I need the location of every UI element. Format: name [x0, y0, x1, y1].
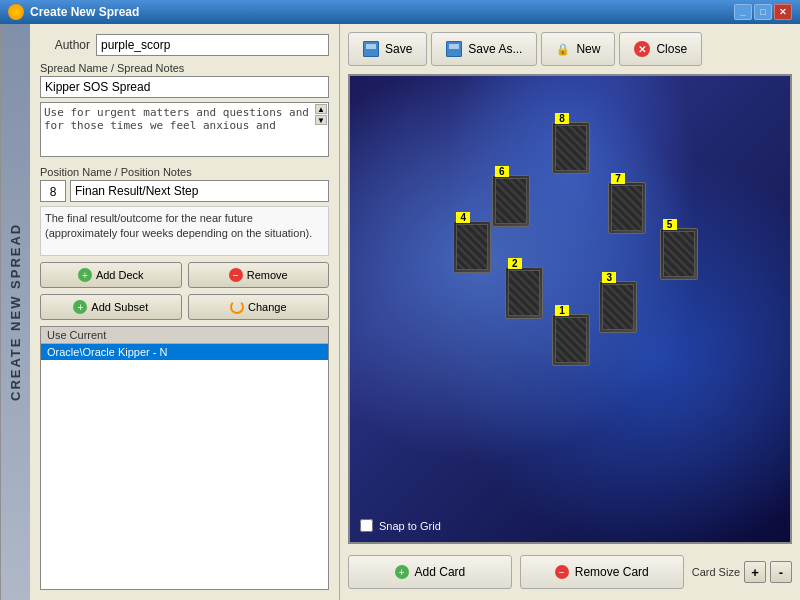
- card-face-7: [611, 185, 643, 231]
- toolbar: Save Save As... 🔒 New ✕ Close: [348, 32, 792, 66]
- new-icon: 🔒: [556, 42, 570, 56]
- scroll-down[interactable]: ▼: [315, 115, 327, 125]
- close-button[interactable]: ✕ Close: [619, 32, 702, 66]
- card-face-3: [602, 284, 634, 330]
- card-face-2: [508, 270, 540, 316]
- spread-canvas[interactable]: Snap to Grid 12345678: [348, 74, 792, 544]
- position-row: 8: [40, 180, 329, 202]
- add-card-label: Add Card: [415, 565, 466, 579]
- remove-card-icon: −: [555, 565, 569, 579]
- card-number-7: 7: [611, 173, 625, 184]
- snap-row: Snap to Grid: [360, 519, 441, 532]
- spread-card-7[interactable]: 7: [608, 182, 646, 234]
- new-label: New: [576, 42, 600, 56]
- card-size-group: Card Size + -: [692, 561, 792, 583]
- minimize-button[interactable]: _: [734, 4, 752, 20]
- deck-action-row: + Add Deck − Remove: [40, 262, 329, 288]
- snap-to-grid-label: Snap to Grid: [379, 520, 441, 532]
- spread-section-label: Spread Name / Spread Notes: [40, 62, 329, 74]
- save-as-label: Save As...: [468, 42, 522, 56]
- card-size-label: Card Size: [692, 566, 740, 578]
- card-face-1: [555, 317, 587, 363]
- spread-name-input[interactable]: [40, 76, 329, 98]
- list-item[interactable]: Oracle\Oracle Kipper - N: [41, 344, 328, 360]
- card-face-5: [663, 231, 695, 277]
- change-label: Change: [248, 301, 287, 313]
- card-number-4: 4: [456, 212, 470, 223]
- app-icon: [8, 4, 24, 20]
- deck-list: Use Current Oracle\Oracle Kipper - N: [40, 326, 329, 590]
- author-label: Author: [40, 38, 90, 52]
- spread-card-1[interactable]: 1: [552, 314, 590, 366]
- size-decrease-button[interactable]: -: [770, 561, 792, 583]
- add-card-button[interactable]: + Add Card: [348, 555, 512, 589]
- close-window-button[interactable]: ✕: [774, 4, 792, 20]
- remove-card-button[interactable]: − Remove Card: [520, 555, 684, 589]
- add-subset-label: Add Subset: [91, 301, 148, 313]
- author-row: Author: [40, 34, 329, 56]
- save-as-icon: [446, 41, 462, 57]
- close-label: Close: [656, 42, 687, 56]
- spread-card-3[interactable]: 3: [599, 281, 637, 333]
- spread-card-4[interactable]: 4: [453, 221, 491, 273]
- position-section-label: Position Name / Position Notes: [40, 166, 329, 178]
- spread-card-8[interactable]: 8: [552, 122, 590, 174]
- spread-card-5[interactable]: 5: [660, 228, 698, 280]
- add-subset-icon: +: [73, 300, 87, 314]
- spread-card-6[interactable]: 6: [492, 175, 530, 227]
- save-icon: [363, 41, 379, 57]
- right-panel: Save Save As... 🔒 New ✕ Close Snap to Gr…: [340, 24, 800, 600]
- add-card-icon: +: [395, 565, 409, 579]
- remove-label: Remove: [247, 269, 288, 281]
- card-number-8: 8: [555, 113, 569, 124]
- add-deck-label: Add Deck: [96, 269, 144, 281]
- card-number-5: 5: [663, 219, 677, 230]
- change-button[interactable]: Change: [188, 294, 330, 320]
- close-icon: ✕: [634, 41, 650, 57]
- save-as-button[interactable]: Save As...: [431, 32, 537, 66]
- change-icon: [230, 300, 244, 314]
- snap-to-grid-checkbox[interactable]: [360, 519, 373, 532]
- maximize-button[interactable]: □: [754, 4, 772, 20]
- card-number-3: 3: [602, 272, 616, 283]
- list-header: Use Current: [41, 327, 328, 344]
- remove-icon: −: [229, 268, 243, 282]
- title-bar-controls: _ □ ✕: [734, 4, 792, 20]
- card-face-8: [555, 125, 587, 171]
- subset-action-row: + Add Subset Change: [40, 294, 329, 320]
- position-number: 8: [40, 180, 66, 202]
- window-title: Create New Spread: [30, 5, 139, 19]
- author-input[interactable]: [96, 34, 329, 56]
- size-increase-button[interactable]: +: [744, 561, 766, 583]
- position-notes: The final result/outcome for the near fu…: [40, 206, 329, 256]
- bottom-action-row: + Add Card − Remove Card Card Size + -: [348, 552, 792, 592]
- position-section: Position Name / Position Notes 8 The fin…: [40, 166, 329, 256]
- add-deck-icon: +: [78, 268, 92, 282]
- card-face-6: [495, 178, 527, 224]
- card-face-4: [456, 224, 488, 270]
- new-button[interactable]: 🔒 New: [541, 32, 615, 66]
- sidebar-label: Create New Spread: [0, 24, 30, 600]
- save-button[interactable]: Save: [348, 32, 427, 66]
- window-body: Create New Spread Author Spread Name / S…: [0, 24, 800, 600]
- add-deck-button[interactable]: + Add Deck: [40, 262, 182, 288]
- card-number-2: 2: [508, 258, 522, 269]
- add-subset-button[interactable]: + Add Subset: [40, 294, 182, 320]
- spread-section: Spread Name / Spread Notes Use for urgen…: [40, 62, 329, 160]
- remove-card-label: Remove Card: [575, 565, 649, 579]
- card-number-1: 1: [555, 305, 569, 316]
- spread-notes-textarea[interactable]: Use for urgent matters and questions and…: [40, 102, 329, 157]
- scroll-up[interactable]: ▲: [315, 104, 327, 114]
- remove-button[interactable]: − Remove: [188, 262, 330, 288]
- left-panel: Author Spread Name / Spread Notes Use fo…: [30, 24, 340, 600]
- save-label: Save: [385, 42, 412, 56]
- spread-card-2[interactable]: 2: [505, 267, 543, 319]
- title-bar: Create New Spread _ □ ✕: [0, 0, 800, 24]
- position-name-input[interactable]: [70, 180, 329, 202]
- card-number-6: 6: [495, 166, 509, 177]
